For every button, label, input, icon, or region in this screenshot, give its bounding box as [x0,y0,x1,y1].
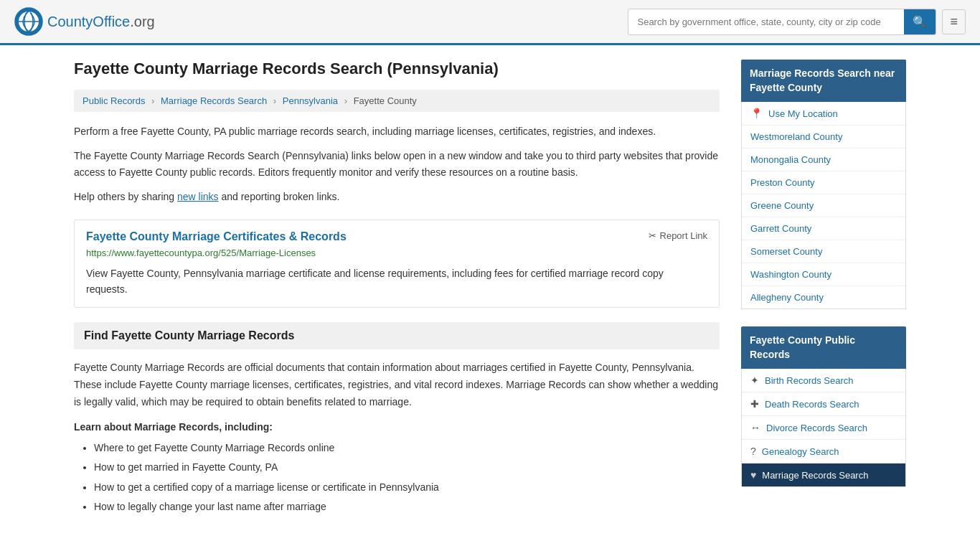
new-links-link[interactable]: new links [177,191,219,202]
sidebar-item-allegheny[interactable]: Allegheny County [742,286,905,309]
westmoreland-link[interactable]: Westmoreland County [750,131,842,142]
svg-text:★: ★ [20,17,24,21]
find-section-body: Fayette County Marriage Records are offi… [74,359,720,410]
nearby-list: 📍 Use My Location Westmoreland County Mo… [741,102,906,309]
link-card-url: https://www.fayettecountypa.org/525/Marr… [86,248,707,258]
genealogy-icon: ? [750,446,756,457]
main-content: Fayette County Marriage Records Search (… [74,60,720,518]
birth-icon: ✦ [750,375,759,386]
search-button[interactable]: 🔍 [904,9,936,34]
search-input[interactable] [628,11,904,33]
desc-para3-prefix: Help others by sharing [74,191,177,202]
logo-label: CountyOffice.org [47,14,155,30]
breadcrumb-pennsylvania[interactable]: Pennsylvania [283,95,338,106]
desc-para3-suffix: and reporting broken links. [219,191,340,202]
death-records-link[interactable]: Death Records Search [765,399,859,410]
monongalia-link[interactable]: Monongalia County [750,154,831,165]
washington-link[interactable]: Washington County [750,269,831,280]
nearby-title: Marriage Records Search near Fayette Cou… [741,60,906,102]
sidebar: Marriage Records Search near Fayette Cou… [741,60,906,518]
list-item: How to get a certified copy of a marriag… [94,479,720,495]
genealogy-link[interactable]: Genealogy Search [762,446,839,457]
search-bar: 🔍 [628,9,936,35]
description: Perform a free Fayette County, PA public… [74,123,720,205]
location-icon: 📍 [750,108,763,119]
learn-heading: Learn about Marriage Records, including: [74,421,720,433]
desc-para1: Perform a free Fayette County, PA public… [74,123,720,139]
link-card-header: Fayette County Marriage Certificates & R… [86,230,707,243]
greene-link[interactable]: Greene County [750,200,814,211]
use-location-link[interactable]: Use My Location [768,108,838,119]
logo-icon: ★ ★ ★ [14,7,43,36]
pub-rec-genealogy[interactable]: ? Genealogy Search [742,440,905,463]
sidebar-item-westmoreland[interactable]: Westmoreland County [742,126,905,149]
public-records-title: Fayette County Public Records [741,326,906,369]
find-section-header: Find Fayette County Marriage Records [74,322,720,349]
allegheny-link[interactable]: Allegheny County [750,292,824,303]
svg-text:★: ★ [34,17,38,21]
link-card-title: Fayette County Marriage Certificates & R… [86,230,347,243]
logo: ★ ★ ★ CountyOffice.org [14,7,155,36]
report-icon: ✂ [649,230,656,241]
divorce-records-link[interactable]: Divorce Records Search [766,423,867,433]
somerset-link[interactable]: Somerset County [750,246,822,257]
header-controls: 🔍 ≡ [628,9,966,35]
report-label: Report Link [660,230,707,241]
sidebar-item-somerset[interactable]: Somerset County [742,240,905,263]
desc-para3: Help others by sharing new links and rep… [74,189,720,204]
list-item: How to legally change your last name aft… [94,499,720,514]
sidebar-item-monongalia[interactable]: Monongalia County [742,149,905,171]
nearby-counties-section: Marriage Records Search near Fayette Cou… [741,60,906,309]
breadcrumb-marriage-records[interactable]: Marriage Records Search [161,95,267,106]
marriage-icon: ♥ [750,469,756,481]
pub-rec-marriage[interactable]: ♥ Marriage Records Search [742,463,905,486]
link-card-link[interactable]: Fayette County Marriage Certificates & R… [86,230,347,242]
sidebar-item-preston[interactable]: Preston County [742,171,905,194]
link-card: Fayette County Marriage Certificates & R… [74,220,720,309]
divorce-icon: ↔ [750,422,760,433]
list-item: Where to get Fayette County Marriage Rec… [94,440,720,456]
menu-button[interactable]: ≡ [942,9,966,34]
death-icon: ✚ [750,398,759,410]
breadcrumb-current: Fayette County [354,95,417,106]
public-records-section: Fayette County Public Records ✦ Birth Re… [741,326,906,487]
list-item: How to get married in Fayette County, PA [94,459,720,475]
sidebar-item-greene[interactable]: Greene County [742,194,905,217]
sidebar-item-garrett[interactable]: Garrett County [742,217,905,240]
garrett-link[interactable]: Garrett County [750,223,811,234]
use-location-item[interactable]: 📍 Use My Location [742,102,905,126]
breadcrumb-public-records[interactable]: Public Records [83,95,145,106]
pub-rec-death[interactable]: ✚ Death Records Search [742,392,905,416]
pub-rec-divorce[interactable]: ↔ Divorce Records Search [742,416,905,440]
learn-bullets: Where to get Fayette County Marriage Rec… [74,440,720,515]
svg-text:★: ★ [27,11,31,15]
link-card-desc: View Fayette County, Pennsylvania marria… [86,265,707,298]
breadcrumb: Public Records › Marriage Records Search… [74,90,720,112]
birth-records-link[interactable]: Birth Records Search [765,375,854,386]
pub-rec-birth[interactable]: ✦ Birth Records Search [742,369,905,392]
report-link-button[interactable]: ✂ Report Link [649,230,707,241]
desc-para2: The Fayette County Marriage Records Sear… [74,148,720,180]
content-wrapper: Fayette County Marriage Records Search (… [60,45,920,532]
sidebar-item-washington[interactable]: Washington County [742,263,905,286]
marriage-records-link[interactable]: Marriage Records Search [762,470,868,481]
page-title: Fayette County Marriage Records Search (… [74,60,720,78]
public-records-list: ✦ Birth Records Search ✚ Death Records S… [741,369,906,487]
preston-link[interactable]: Preston County [750,177,815,188]
site-header: ★ ★ ★ CountyOffice.org 🔍 ≡ [0,0,980,45]
